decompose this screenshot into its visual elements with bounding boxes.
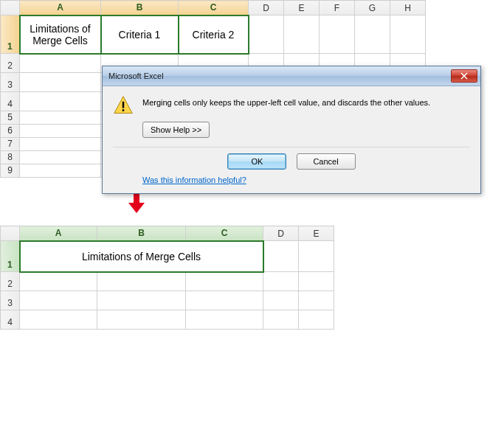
cell[interactable]	[20, 151, 101, 164]
cell[interactable]	[320, 15, 355, 54]
col-header-E[interactable]: E	[299, 226, 334, 241]
row-header-3[interactable]: 3	[1, 291, 20, 310]
cell[interactable]	[20, 291, 97, 310]
close-icon	[460, 72, 468, 80]
cell-A1[interactable]: Limitations of Merge Cells	[20, 15, 101, 54]
col-header-A[interactable]: A	[20, 226, 97, 241]
cancel-button[interactable]: Cancel	[297, 153, 356, 170]
merged-cell-A1C1[interactable]: Limitations of Merge Cells	[20, 241, 263, 272]
cell[interactable]	[97, 291, 186, 310]
row-header-1[interactable]: 1	[1, 241, 20, 272]
cell-B1[interactable]: Criteria 1	[101, 15, 179, 54]
cell[interactable]	[390, 15, 426, 54]
cell[interactable]	[299, 310, 334, 330]
cell[interactable]	[97, 310, 186, 330]
arrow-down-icon	[125, 191, 148, 215]
row-header-7[interactable]: 7	[1, 138, 20, 151]
warning-icon	[113, 95, 134, 116]
cell[interactable]	[299, 241, 334, 272]
cell[interactable]	[263, 272, 299, 291]
col-header-B[interactable]: B	[97, 226, 186, 241]
cell[interactable]	[20, 138, 101, 151]
merge-warning-dialog: Microsoft Excel Merging cells only keeps…	[102, 66, 481, 194]
cell[interactable]	[20, 73, 101, 92]
row-header-3[interactable]: 3	[1, 73, 20, 92]
cell[interactable]	[20, 92, 101, 111]
col-header-F[interactable]: F	[320, 1, 355, 15]
ok-button[interactable]: OK	[227, 153, 286, 170]
cell[interactable]	[20, 272, 97, 291]
cell[interactable]	[20, 125, 101, 138]
dialog-message: Merging cells only keeps the upper-left …	[142, 95, 430, 107]
spreadsheet-before: A B C D E F G H 1 Limitations of Merge C…	[0, 0, 504, 178]
cell[interactable]	[20, 54, 101, 73]
cell[interactable]	[186, 310, 263, 330]
cell[interactable]	[284, 15, 320, 54]
col-header-D[interactable]: D	[249, 1, 284, 15]
cell[interactable]	[299, 291, 334, 310]
col-header-B[interactable]: B	[101, 1, 179, 15]
cell[interactable]	[20, 310, 97, 330]
row-header-2[interactable]: 2	[1, 272, 20, 291]
helpful-link[interactable]: Was this information helpful?	[142, 175, 246, 184]
grid-after[interactable]: A B C D E 1 Limitations of Merge Cells 2…	[0, 226, 334, 330]
row-header-2[interactable]: 2	[1, 54, 20, 73]
col-header-H[interactable]: H	[390, 1, 426, 15]
svg-rect-1	[122, 102, 124, 108]
dialog-separator	[113, 147, 470, 147]
col-header-C[interactable]: C	[186, 226, 263, 241]
row-header-6[interactable]: 6	[1, 125, 20, 138]
cell-C1[interactable]: Criteria 2	[179, 15, 249, 54]
svg-rect-2	[122, 109, 124, 111]
dialog-body: Merging cells only keeps the upper-left …	[103, 86, 480, 193]
select-all-corner[interactable]	[1, 1, 20, 15]
col-header-D[interactable]: D	[263, 226, 299, 241]
cell[interactable]	[249, 15, 284, 54]
row-header-4[interactable]: 4	[1, 310, 20, 330]
row-header-4[interactable]: 4	[1, 92, 20, 111]
dialog-titlebar[interactable]: Microsoft Excel	[103, 66, 480, 86]
cell[interactable]	[263, 241, 299, 272]
col-header-A[interactable]: A	[20, 1, 101, 15]
cell[interactable]	[263, 291, 299, 310]
select-all-corner[interactable]	[1, 226, 20, 241]
cell[interactable]	[263, 310, 299, 330]
col-header-C[interactable]: C	[179, 1, 249, 15]
cell[interactable]	[186, 272, 263, 291]
row-header-9[interactable]: 9	[1, 164, 20, 178]
row-header-1[interactable]: 1	[1, 15, 20, 54]
cell[interactable]	[299, 272, 334, 291]
cell[interactable]	[20, 111, 101, 125]
row-header-8[interactable]: 8	[1, 151, 20, 164]
close-button[interactable]	[451, 69, 477, 83]
cell[interactable]	[186, 291, 263, 310]
col-header-E[interactable]: E	[284, 1, 320, 15]
dialog-title-text: Microsoft Excel	[108, 72, 451, 80]
show-help-button[interactable]: Show Help >>	[142, 122, 210, 138]
spreadsheet-after: A B C D E 1 Limitations of Merge Cells 2…	[0, 226, 504, 330]
col-header-G[interactable]: G	[355, 1, 390, 15]
cell[interactable]	[20, 164, 101, 178]
cell[interactable]	[355, 15, 390, 54]
row-header-5[interactable]: 5	[1, 111, 20, 125]
svg-marker-4	[128, 203, 145, 213]
cell[interactable]	[97, 272, 186, 291]
